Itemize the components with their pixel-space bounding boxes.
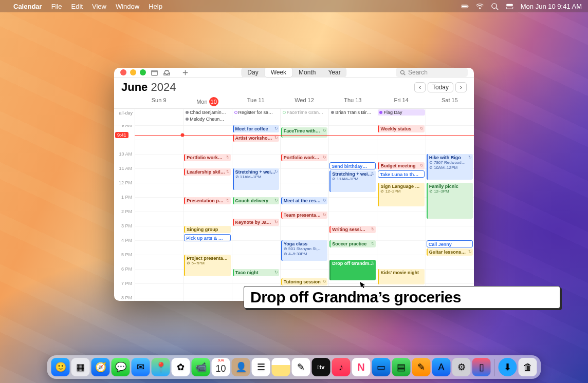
calendar-event[interactable]: Weekly status↻ bbox=[378, 125, 424, 132]
menu-edit[interactable]: Edit bbox=[71, 3, 83, 10]
allday-fri[interactable]: Flag Day bbox=[377, 109, 425, 125]
dock-app-settings[interactable]: ⚙︎ bbox=[452, 358, 471, 376]
dock-app-notes[interactable] bbox=[272, 358, 290, 376]
dock-app-maps[interactable]: 📍 bbox=[152, 358, 170, 376]
menu-file[interactable]: File bbox=[51, 3, 62, 10]
dock-app-launchpad[interactable]: ▦ bbox=[71, 358, 90, 376]
calendar-event[interactable]: Project presentations⊘ 5–7PM bbox=[184, 255, 230, 276]
allday-event[interactable]: FaceTime Gran… bbox=[281, 109, 328, 116]
calendar-event[interactable]: Taco night↻ bbox=[233, 269, 279, 276]
calendar-event[interactable]: Team presenta…↻ bbox=[281, 212, 327, 219]
calendar-event[interactable]: Sign Language Club⊘ 12–2PM bbox=[378, 183, 424, 206]
calendar-event[interactable]: Family picnic⊘ 12–3PM bbox=[427, 183, 473, 219]
wifi-icon[interactable] bbox=[476, 3, 484, 10]
dock-app-calendar[interactable]: JUN10 bbox=[212, 358, 230, 376]
calendar-event[interactable]: Take Luna to th… bbox=[378, 170, 424, 178]
calendar-event[interactable]: Singing group bbox=[184, 226, 230, 233]
calendar-event[interactable]: Send birthday… bbox=[329, 162, 376, 169]
spotlight-icon[interactable] bbox=[491, 3, 499, 10]
next-button[interactable]: › bbox=[455, 82, 467, 92]
calendar-window: Day Week Month Year Search June 2024 ‹ T… bbox=[114, 68, 474, 301]
calendars-toggle-icon[interactable] bbox=[150, 68, 158, 76]
calendar-event[interactable]: Stretching + weights⊘ 11AM–1PM↻ bbox=[233, 168, 279, 190]
calendar-event[interactable]: Soccer practice↻ bbox=[329, 240, 376, 247]
calendar-event[interactable]: Kids' movie night bbox=[378, 269, 424, 284]
add-event-icon[interactable] bbox=[181, 68, 189, 76]
allday-thu[interactable]: Brian Tran's Bir… bbox=[328, 109, 377, 125]
prev-button[interactable]: ‹ bbox=[414, 82, 426, 92]
day-header: Wed 12 bbox=[280, 95, 328, 108]
allday-event[interactable]: Melody Cheun… bbox=[184, 116, 231, 122]
now-time-badge: 9:41 bbox=[115, 132, 128, 138]
control-center-icon[interactable] bbox=[506, 3, 513, 10]
calendar-event[interactable]: Guitar lessons…↻ bbox=[427, 248, 473, 256]
calendar-event[interactable]: Yoga class⊙ 501 Stanyan St,…⊘ 4–5:30PM bbox=[281, 240, 327, 261]
dock-app-safari[interactable]: 🧭 bbox=[91, 358, 110, 376]
allday-sat[interactable] bbox=[426, 109, 474, 125]
calendar-event[interactable]: Stretching + weights⊘ 11AM–1PM↻ bbox=[329, 170, 376, 192]
allday-event[interactable]: Flag Day bbox=[378, 109, 425, 116]
view-year[interactable]: Year bbox=[322, 68, 346, 78]
dock-app-numbers[interactable]: ▤ bbox=[392, 358, 411, 376]
calendar-event[interactable]: Tutoring session↻ bbox=[281, 278, 327, 285]
search-field[interactable]: Search bbox=[396, 68, 468, 77]
calendar-event[interactable]: Keynote by Ja…↻ bbox=[233, 219, 279, 226]
close-button[interactable] bbox=[120, 69, 126, 75]
dock-app-finder[interactable]: 🙂 bbox=[51, 358, 70, 376]
day-header-today: Mon 10 bbox=[183, 95, 231, 108]
calendar-event[interactable]: Meet for coffee↻ bbox=[233, 125, 279, 132]
calendar-event[interactable]: Pick up arts & … bbox=[184, 234, 230, 241]
allday-tue[interactable]: Register for sa… bbox=[232, 109, 280, 125]
view-week[interactable]: Week bbox=[265, 68, 292, 78]
day-header-row: Sun 9 Mon 10 Tue 11 Wed 12 Thu 13 Fri 14… bbox=[114, 95, 474, 109]
dock-app-reminders[interactable]: ☰ bbox=[252, 358, 270, 376]
calendar-event[interactable]: FaceTime with…↻ bbox=[281, 127, 327, 138]
calendar-event[interactable]: Leadership skil…↻ bbox=[184, 168, 230, 176]
dock-app-freeform[interactable]: ✎ bbox=[292, 358, 310, 376]
calendar-event[interactable]: Budget meeting↻ bbox=[378, 162, 424, 169]
calendar-event[interactable]: Meet at the res…↻ bbox=[281, 197, 327, 204]
dock-app-downloads[interactable]: ⬇︎ bbox=[499, 358, 517, 376]
dock-app-tv[interactable]: tv bbox=[312, 358, 330, 376]
view-day[interactable]: Day bbox=[241, 68, 264, 78]
dock-app-news[interactable]: N bbox=[352, 358, 371, 376]
view-month[interactable]: Month bbox=[292, 68, 322, 78]
allday-event[interactable]: Brian Tran's Bir… bbox=[329, 109, 376, 116]
calendar-event[interactable]: Drop off Grandma's groceries↻ bbox=[329, 260, 376, 280]
dock-app-contacts[interactable]: 👤 bbox=[232, 358, 250, 376]
calendar-event[interactable]: Portfolio work…↻ bbox=[281, 154, 327, 161]
allday-mon[interactable]: Chad Benjamin…Melody Cheun… bbox=[183, 109, 231, 125]
calendar-event[interactable]: Portfolio work…↻ bbox=[184, 154, 230, 161]
today-button[interactable]: Today bbox=[428, 82, 453, 92]
allday-event[interactable]: Register for sa… bbox=[233, 109, 280, 116]
calendar-event[interactable]: Presentation p…↻ bbox=[184, 197, 230, 204]
dock-app-facetime[interactable]: 📹 bbox=[192, 358, 210, 376]
menu-window[interactable]: Window bbox=[116, 3, 139, 10]
menu-view[interactable]: View bbox=[92, 3, 106, 10]
calendar-event[interactable]: Call Jenny bbox=[427, 240, 473, 247]
dock-app-photos[interactable]: ✿ bbox=[172, 358, 190, 376]
time-grid[interactable]: 9 AM10 AM11 AM12 PM1 PM2 PM3 PM4 PM5 PM6… bbox=[114, 125, 474, 301]
allday-sun[interactable] bbox=[135, 109, 183, 125]
calendar-event[interactable]: Writing sessi…↻ bbox=[329, 226, 376, 233]
calendar-event[interactable]: Artist worksho…↻ bbox=[233, 135, 279, 142]
dock-app-mail[interactable]: ✉︎ bbox=[132, 358, 150, 376]
zoom-button[interactable] bbox=[140, 69, 146, 75]
allday-event[interactable]: Chad Benjamin… bbox=[184, 109, 231, 116]
menubar-app[interactable]: Calendar bbox=[13, 3, 42, 10]
minimize-button[interactable] bbox=[130, 69, 136, 75]
inbox-icon[interactable] bbox=[162, 68, 171, 76]
dock-app-messages[interactable]: 💬 bbox=[112, 358, 130, 376]
calendar-event[interactable]: Hike with Rigo⊙ 7867 Redwood…⊘ 10AM–12PM… bbox=[427, 154, 473, 180]
dock-app-pages[interactable]: ✎ bbox=[412, 358, 431, 376]
dock-app-appstore[interactable]: A bbox=[432, 358, 451, 376]
menubar-clock[interactable]: Mon Jun 10 9:41 AM bbox=[521, 3, 582, 10]
calendar-event[interactable]: Couch delivery↻ bbox=[233, 197, 279, 204]
battery-icon[interactable] bbox=[461, 3, 469, 10]
menu-help[interactable]: Help bbox=[149, 3, 162, 10]
dock-app-iphone[interactable]: ▯ bbox=[472, 358, 491, 376]
dock-app-trash[interactable]: 🗑 bbox=[519, 358, 537, 376]
dock-app-keynote[interactable]: ▭ bbox=[372, 358, 391, 376]
allday-wed[interactable]: FaceTime Gran… bbox=[280, 109, 328, 125]
dock-app-music[interactable]: ♪ bbox=[332, 358, 351, 376]
